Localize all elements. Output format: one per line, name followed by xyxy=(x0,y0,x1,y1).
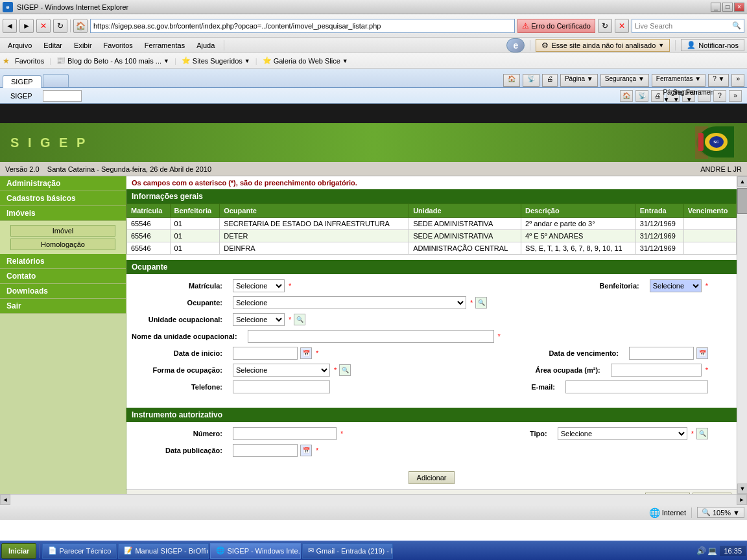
email-input[interactable] xyxy=(565,380,708,393)
benfeitoria-select[interactable]: Selecione xyxy=(650,279,702,292)
vertical-scrollbar[interactable]: ▲ ▼ xyxy=(737,176,747,494)
sidebar-item-sair[interactable]: Sair xyxy=(0,299,126,314)
ocupante-select[interactable]: Selecione xyxy=(233,296,466,309)
stop-button2[interactable]: ✕ xyxy=(615,19,629,33)
tab-sigep[interactable]: SIGEP xyxy=(3,75,42,88)
unidade-select[interactable]: Selecione xyxy=(233,313,285,326)
menu-exibir[interactable]: Exibir xyxy=(69,40,97,51)
address-input[interactable] xyxy=(90,19,515,33)
data-inicio-calendar-icon[interactable]: 📅 xyxy=(300,347,312,359)
tools-button[interactable]: Ferramentas ▼ xyxy=(652,74,706,87)
refresh-button[interactable]: ↻ xyxy=(53,19,67,33)
forward-button[interactable]: ► xyxy=(19,19,34,33)
home-toolbar-button[interactable]: 🏠 xyxy=(503,74,520,87)
forma-ocupacao-select[interactable]: Selecione xyxy=(233,364,330,377)
sidebar-item-relatorios[interactable]: Relatórios xyxy=(0,254,126,269)
data-pub-input[interactable] xyxy=(233,444,298,457)
tools-icon-btn[interactable]: Ferramentas ▼ xyxy=(698,90,711,102)
hscroll-track[interactable] xyxy=(10,495,737,505)
live-search-go-button[interactable]: 🔍 xyxy=(729,19,744,33)
menu-editar[interactable]: Editar xyxy=(38,40,67,51)
home-button[interactable]: 🏠 xyxy=(73,19,88,33)
security-button[interactable]: Segurança ▼ xyxy=(600,74,649,87)
help-icon-btn[interactable]: ? xyxy=(713,90,726,102)
scroll-left-button[interactable]: ◄ xyxy=(0,495,10,505)
close-button[interactable]: × xyxy=(734,3,744,12)
adicionar-button[interactable]: Adicionar xyxy=(409,471,455,484)
cert-error-button[interactable]: ⚠ Erro do Certificado xyxy=(517,19,595,33)
sidebar-sub-homologacao[interactable]: Homologação xyxy=(10,239,115,250)
sidebar-item-administracao[interactable]: Administração xyxy=(0,176,126,191)
menu-arquivo[interactable]: Arquivo xyxy=(3,40,37,51)
taskbar-item-gmail[interactable]: ✉ Gmail - Entrada (219) - la... xyxy=(302,543,393,559)
scroll-right-button[interactable]: ► xyxy=(737,495,747,505)
main-content: Os campos com o asterisco (*), são de pr… xyxy=(126,176,737,494)
status-internet: 🌐 Internet xyxy=(649,508,686,518)
analyze-button[interactable]: ⚙ Esse site ainda não foi analisado ▼ xyxy=(536,39,670,52)
tipo-select[interactable]: Selecione xyxy=(558,427,687,440)
sigep-inner-tab[interactable]: SIGEP xyxy=(5,91,38,100)
area-ocupada-group: * xyxy=(611,364,708,377)
sidebar-item-downloads[interactable]: Downloads xyxy=(0,284,126,299)
sidebar-item-contato[interactable]: Contato xyxy=(0,269,126,284)
sidebar-sub-imovel[interactable]: Imóvel xyxy=(10,225,115,237)
rss-button[interactable]: 📡 xyxy=(523,74,540,87)
home-icon-btn[interactable]: 🏠 xyxy=(620,90,633,102)
ocupante-required: * xyxy=(470,299,473,307)
scroll-thumb[interactable] xyxy=(737,188,747,214)
tab-input[interactable] xyxy=(43,90,82,102)
new-tab-button[interactable] xyxy=(43,74,69,87)
favorites-item-blog[interactable]: 📰 Blog do Beto - As 100 mais ... ▼ xyxy=(53,56,173,65)
menu-ferramentas[interactable]: Ferramentas xyxy=(139,40,190,51)
zoom-control[interactable]: 🔍 105% ▼ xyxy=(697,507,744,518)
taskbar-item-parecer[interactable]: 📄 Parecer Técnico xyxy=(42,543,117,559)
minimize-button[interactable]: _ xyxy=(711,3,721,12)
menu-favoritos[interactable]: Favoritos xyxy=(99,40,138,51)
sidebar-item-imoveis[interactable]: Imóveis xyxy=(0,206,126,221)
telefone-input[interactable] xyxy=(233,380,330,393)
live-search-input[interactable] xyxy=(632,19,729,32)
instrumento-form: Número: * Tipo: Selecione * 🔍 xyxy=(126,422,737,466)
maximize-button[interactable]: □ xyxy=(722,3,733,12)
back-button[interactable]: ◄ xyxy=(3,19,17,33)
favorites-item-galeria[interactable]: ⭐ Galeria do Web Slice ▼ xyxy=(259,56,352,65)
numero-input[interactable] xyxy=(233,427,337,440)
sidebar-item-cadastros[interactable]: Cadastros básicos xyxy=(0,191,126,206)
page-button[interactable]: Página ▼ xyxy=(560,74,598,87)
print-button[interactable]: 🖨 xyxy=(542,74,558,87)
help-button[interactable]: ? ▼ xyxy=(708,74,729,87)
area-ocupada-input[interactable] xyxy=(611,364,702,377)
expand-icon-btn[interactable]: » xyxy=(729,90,742,102)
menu-ajuda[interactable]: Ajuda xyxy=(191,40,220,51)
data-vencimento-calendar-icon[interactable]: 📅 xyxy=(696,347,708,359)
expand-button[interactable]: » xyxy=(731,74,744,87)
print-icon-btn[interactable]: 🖨 xyxy=(651,90,664,102)
notificar-button[interactable]: 👤 Notificar-nos xyxy=(681,39,744,51)
window-controls[interactable]: _ □ × xyxy=(711,3,744,12)
data-inicio-input[interactable] xyxy=(233,347,298,360)
start-button[interactable]: Iniciar xyxy=(1,543,36,559)
system-clock: 16:35 xyxy=(720,546,746,556)
ocupante-lookup-icon[interactable]: 🔍 xyxy=(475,297,487,309)
data-vencimento-input[interactable] xyxy=(629,347,694,360)
taskbar-item-sigep[interactable]: 🌐 SIGEP - Windows Inte... xyxy=(210,543,301,559)
scroll-up-button[interactable]: ▲ xyxy=(737,176,747,187)
tipo-lookup-icon[interactable]: 🔍 xyxy=(696,428,708,439)
taskbar-item-manual[interactable]: 📝 Manual SIGEP - BrOffice.... xyxy=(118,543,209,559)
refresh-button2[interactable]: ↻ xyxy=(598,19,612,33)
scroll-down-button[interactable]: ▼ xyxy=(737,484,747,494)
rss-icon-btn[interactable]: 📡 xyxy=(635,90,648,102)
data-pub-calendar-icon[interactable]: 📅 xyxy=(300,445,312,456)
nome-unidade-input[interactable] xyxy=(248,330,494,343)
horizontal-scrollbar[interactable]: ◄ ► xyxy=(0,494,747,504)
matricula-select[interactable]: Selecione xyxy=(233,279,285,292)
unidade-lookup-icon[interactable]: 🔍 xyxy=(294,314,305,325)
form-row-matricula: Matrícula: Selecione * Benfeitoria: Sele… xyxy=(132,279,731,292)
col-descricao: Descrição xyxy=(521,204,636,218)
favorites-label[interactable]: Favoritos xyxy=(11,56,48,65)
stop-button[interactable]: ✕ xyxy=(36,19,51,33)
favorites-item-sites[interactable]: ⭐ Sites Sugeridos ▼ xyxy=(178,56,254,65)
cell-entrada: 31/12/1969 xyxy=(635,218,683,230)
forma-lookup-icon[interactable]: 🔍 xyxy=(339,364,351,376)
ocupante-form: Matrícula: Selecione * Benfeitoria: Sele… xyxy=(126,274,737,402)
